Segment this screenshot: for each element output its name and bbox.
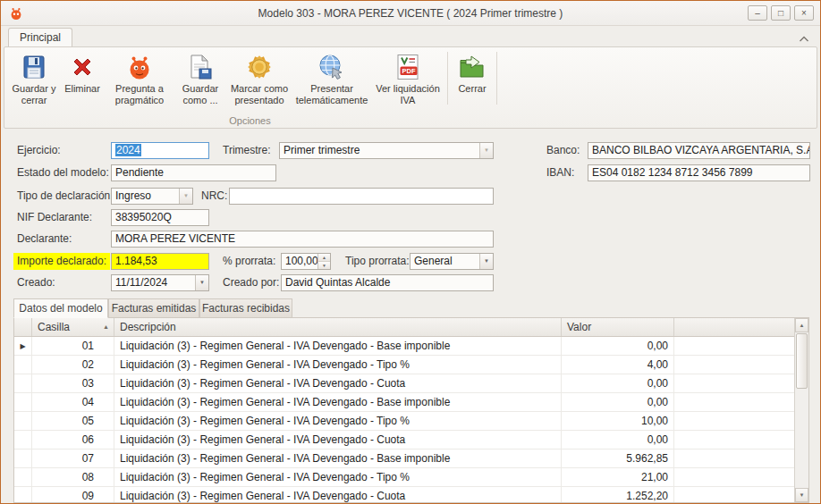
tab-facturas-emitidas[interactable]: Facturas emitidas (108, 298, 199, 318)
row-indicator-cell (14, 412, 32, 430)
cell-casilla: 05 (32, 412, 114, 430)
svg-text:PDF: PDF (402, 67, 416, 75)
presentar-telematicamente-label: Presentar telemáticamente (292, 83, 371, 106)
tipo-declaracion-combo[interactable]: Ingreso ▼ (111, 188, 193, 205)
eliminar-button[interactable]: Eliminar (60, 50, 105, 106)
ejercicio-label: Ejercicio: (17, 142, 61, 159)
table-row[interactable]: 06 Liquidación (3) - Regimen General - I… (14, 431, 794, 449)
cell-valor: 0,00 (562, 374, 674, 392)
row-indicator-cell (14, 487, 32, 502)
table-row[interactable]: 08 Liquidación (3) - Regimen General - I… (14, 468, 794, 487)
column-header-filler (674, 318, 794, 336)
declarante-field[interactable]: MORA PEREZ VICENTE (111, 231, 494, 248)
ejercicio-field[interactable]: 2024 (111, 142, 209, 159)
tab-facturas-recibidas[interactable]: Facturas recibidas (199, 298, 292, 318)
table-row[interactable]: 02 Liquidación (3) - Regimen General - I… (14, 356, 794, 374)
cell-filler (674, 393, 794, 411)
maximize-button[interactable]: □ (771, 5, 791, 21)
globe-arrow-icon (317, 53, 346, 81)
pregunta-pragmatico-label: Pregunta a pragmático (105, 83, 174, 106)
model-data-grid: Casilla ▲ Descripción Valor ▶ 01 Liquida… (13, 317, 809, 503)
nrc-field[interactable] (229, 188, 494, 205)
creado-value: 11/11/2024 (115, 276, 167, 289)
tipo-prorrata-combo[interactable]: General ▼ (410, 253, 494, 270)
nif-declarante-value: 38395020Q (115, 211, 172, 223)
cell-descripcion: Liquidación (3) - Regimen General - IVA … (114, 431, 562, 449)
creado-date-combo[interactable]: 11/11/2024 ▼ (111, 274, 209, 291)
cell-filler (674, 412, 794, 430)
minimize-button[interactable]: – (748, 5, 767, 21)
ribbon-tab-row: Principal (1, 27, 820, 46)
presentar-telematicamente-button[interactable]: Presentar telemáticamente (292, 50, 371, 106)
spinner-buttons: ▲▼ (317, 254, 330, 269)
trimestre-label: Trimestre: (223, 142, 271, 159)
table-row[interactable]: 03 Liquidación (3) - Regimen General - I… (14, 374, 794, 393)
prorrata-spinner[interactable]: 100,00 ▲▼ (281, 253, 331, 270)
estado-field[interactable]: Pendiente (111, 164, 276, 181)
row-pointer-icon: ▶ (14, 337, 31, 355)
column-header-casilla[interactable]: Casilla ▲ (32, 318, 114, 336)
iban-field[interactable]: ES04 0182 1234 8712 3456 7899 (588, 164, 810, 181)
cell-filler (674, 374, 794, 392)
ribbon-group-label: Opciones (4, 115, 495, 126)
scrollbar-thumb[interactable] (796, 333, 808, 389)
spin-up-icon[interactable]: ▲ (318, 254, 330, 261)
dropdown-arrow-icon[interactable]: ▼ (179, 189, 192, 204)
close-button[interactable]: × (794, 5, 814, 21)
nif-declarante-label: NIF Declarante: (17, 209, 92, 226)
dropdown-arrow-icon[interactable]: ▼ (479, 143, 493, 158)
cell-valor: 4,00 (562, 356, 674, 374)
title-bar[interactable]: Modelo 303 - MORA PEREZ VICENTE ( 2024 P… (1, 1, 820, 26)
column-header-valor[interactable]: Valor (562, 318, 674, 336)
tab-principal[interactable]: Principal (8, 28, 72, 46)
cell-valor: 0,00 (562, 431, 674, 449)
eliminar-label: Eliminar (60, 83, 105, 95)
ver-liquidacion-iva-button[interactable]: PDF Ver liquidación IVA (371, 50, 444, 106)
save-as-document-icon (186, 53, 215, 81)
cerrar-button[interactable]: Cerrar (451, 50, 494, 106)
table-row[interactable]: 04 Liquidación (3) - Regimen General - I… (14, 393, 794, 412)
column-header-descripcion[interactable]: Descripción (114, 318, 562, 336)
guardar-como-button[interactable]: Guardar como ... (174, 50, 226, 106)
importe-declarado-field[interactable]: 1.184,53 (111, 253, 209, 270)
spin-down-icon[interactable]: ▼ (318, 261, 330, 269)
cell-descripcion: Liquidación (3) - Regimen General - IVA … (114, 356, 562, 374)
tab-datos-del-modelo[interactable]: Datos del modelo (13, 298, 108, 318)
cell-valor: 0,00 (562, 337, 674, 355)
declarante-value: MORA PEREZ VICENTE (115, 232, 235, 245)
scroll-down-icon[interactable]: ▼ (795, 488, 808, 502)
prorrata-label: % prorrata: (223, 253, 275, 270)
marcar-presentado-button[interactable]: Marcar como presentado (226, 50, 292, 106)
dropdown-arrow-icon[interactable]: ▼ (479, 254, 493, 269)
grid-header: Casilla ▲ Descripción Valor (14, 318, 794, 337)
banco-field[interactable]: BANCO BILBAO VIZCAYA ARGENTARIA, S.A. ( … (588, 142, 810, 159)
vertical-scrollbar[interactable]: ▲ ▼ (794, 318, 808, 502)
scroll-up-icon[interactable]: ▲ (795, 318, 808, 332)
trimestre-combo[interactable]: Primer trimestre ▼ (279, 142, 494, 159)
ribbon-collapse-chevron-icon[interactable] (799, 33, 809, 40)
table-row[interactable]: 09 Liquidación (3) - Regimen General - I… (14, 487, 794, 502)
pregunta-pragmatico-button[interactable]: Pregunta a pragmático (105, 50, 174, 106)
cell-casilla: 06 (32, 431, 114, 449)
dropdown-arrow-icon[interactable]: ▼ (195, 275, 208, 290)
cell-valor: 10,00 (562, 412, 674, 430)
nif-declarante-field[interactable]: 38395020Q (111, 209, 209, 226)
iban-label: IBAN: (546, 164, 574, 181)
table-row[interactable]: 07 Liquidación (3) - Regimen General - I… (14, 449, 794, 468)
creado-por-field[interactable]: David Quintas Alcalde (281, 274, 494, 291)
importe-declarado-label: Importe declarado: (13, 253, 110, 270)
table-row[interactable]: ▶ 01 Liquidación (3) - Regimen General -… (14, 337, 794, 356)
cell-filler (674, 431, 794, 449)
exit-folder-icon (458, 53, 487, 81)
ejercicio-value: 2024 (115, 144, 141, 156)
cell-casilla: 04 (32, 393, 114, 411)
cell-descripcion: Liquidación (3) - Regimen General - IVA … (114, 374, 562, 392)
cell-valor: 1.252,20 (562, 487, 674, 502)
cell-valor: 5.962,85 (562, 449, 674, 467)
table-row[interactable]: 05 Liquidación (3) - Regimen General - I… (14, 412, 794, 431)
casilla-header-text: Casilla (38, 321, 70, 333)
iban-value: ES04 0182 1234 8712 3456 7899 (592, 166, 753, 179)
ver-liquidacion-iva-label: Ver liquidación IVA (371, 83, 444, 106)
cell-filler (674, 337, 794, 355)
guardar-y-cerrar-button[interactable]: Guardar y cerrar (8, 50, 60, 106)
